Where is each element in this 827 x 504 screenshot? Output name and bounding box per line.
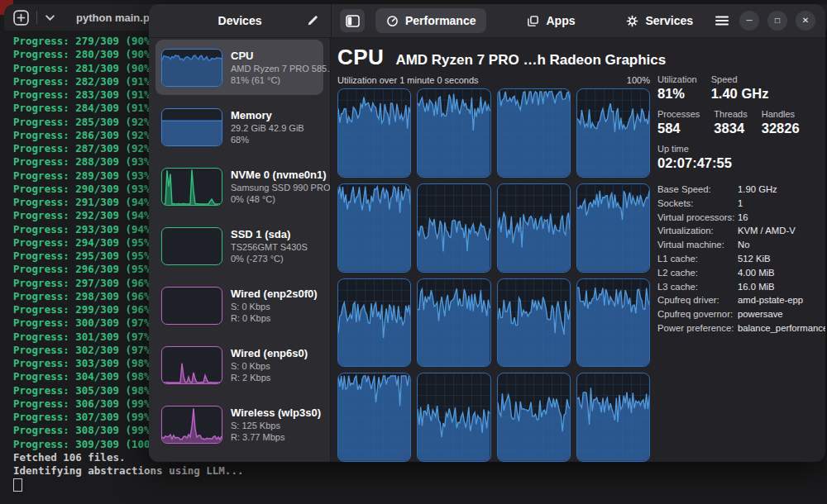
core-graph-0 [337, 88, 411, 178]
sidebar-toggle-button[interactable] [340, 9, 365, 32]
utilization-graphs: Utilization over 1 minute 0 seconds 100% [337, 73, 650, 462]
core-graph-7 [576, 183, 650, 273]
device-detail: S: 125 Kbps [231, 420, 318, 431]
core-graph-11 [576, 278, 650, 368]
cpu-model: AMD Ryzen 7 PRO …h Radeon Graphics [395, 52, 666, 69]
device-graph-thumbnail [161, 406, 222, 444]
stat-utilization: Utilization81% [657, 74, 697, 102]
tab-label: Apps [546, 14, 575, 27]
cpu-title-row: CPU AMD Ryzen 7 PRO …h Radeon Graphics [337, 45, 825, 73]
pencil-icon [307, 15, 318, 26]
headerbar: Devices PerformanceAppsServices ─□✕ [149, 4, 825, 38]
detail-value: 16.0 MiB [738, 280, 775, 294]
device-graph-thumbnail [161, 49, 222, 87]
edit-devices-button[interactable] [303, 11, 323, 31]
cpu-details-list: Base Speed:1.90 GHzSockets:1Virtual proc… [657, 183, 825, 335]
graph-caption: Utilization over 1 minute 0 seconds [337, 75, 479, 85]
detail-value: 4.00 MiB [738, 266, 775, 280]
detail-label: Virtual machine: [657, 238, 738, 252]
device-detail: 68% [231, 134, 304, 145]
core-graph-2 [497, 88, 571, 178]
device-name: Wireless (wlp3s0) [231, 407, 318, 419]
detail-row: Virtual processors:16 [657, 211, 825, 225]
tab-services[interactable]: Services [615, 8, 704, 33]
stat-value: 1.40 GHz [711, 86, 769, 102]
core-graph-3 [576, 88, 650, 178]
tab-list-dropdown[interactable] [45, 14, 55, 21]
uptime-value: 02:07:47:55 [657, 155, 825, 171]
device-text: CPUAMD Ryzen 7 PRO 585…81% (61 °C) [231, 50, 318, 86]
detail-label: Sockets: [657, 197, 738, 211]
window-body: CPUAMD Ryzen 7 PRO 585…81% (61 °C)Memory… [149, 38, 825, 462]
core-graph-8 [337, 278, 411, 368]
close-button[interactable]: ✕ [796, 11, 815, 31]
window-controls: ─□✕ [739, 11, 815, 31]
device-detail: AMD Ryzen 7 PRO 585… [231, 63, 318, 74]
device-detail: 81% (61 °C) [231, 74, 318, 86]
stat-label: Utilization [657, 74, 697, 84]
stat-threads: Threads3834 [714, 109, 747, 136]
system-monitor-window: Devices PerformanceAppsServices ─□✕ CPUA… [149, 4, 825, 462]
stat-value: 32826 [762, 121, 800, 136]
detail-row: Cpufreq driver:amd-pstate-epp [657, 293, 825, 307]
device-detail: 0% (-273 °C) [231, 253, 308, 264]
minimize-button[interactable]: ─ [739, 11, 759, 31]
device-item-cpu[interactable]: CPUAMD Ryzen 7 PRO 585…81% (61 °C) [155, 40, 323, 95]
device-text: Wired (enp6s0)S: 0 KbpsR: 2 Kbps [231, 347, 308, 383]
device-item-wired-enp2s0f0[interactable]: Wired (enp2s0f0)S: 0 KbpsR: 0 Kbps [155, 278, 323, 333]
detail-value: 1 [738, 197, 743, 211]
stat-value: 584 [657, 121, 700, 136]
device-text: Memory29.2 GiB 42.9 GiB68% [231, 109, 304, 145]
device-detail: 29.2 GiB 42.9 GiB [231, 122, 304, 134]
detail-value: balance_performance [738, 321, 825, 335]
core-graph-1 [417, 88, 490, 178]
uptime-stat: Up time 02:07:47:55 [657, 144, 825, 171]
detail-value: 16 [738, 211, 748, 225]
stat-value: 81% [657, 86, 697, 102]
device-item-gpu[interactable]: GPUAMD Radeon Graphics21% (55 °C) [155, 456, 323, 462]
sidebar-toggle-icon [346, 15, 360, 27]
device-graph-thumbnail [161, 287, 222, 325]
stat-label: Processes [657, 109, 700, 119]
device-item-wired-enp6s0[interactable]: Wired (enp6s0)S: 0 KbpsR: 2 Kbps [155, 337, 323, 392]
detail-row: Cpufreq governor:powersave [657, 307, 825, 321]
device-text: SSD 1 (sda)TS256GMT S430S0% (-273 °C) [231, 228, 308, 264]
device-name: SSD 1 (sda) [231, 228, 308, 240]
menu-button[interactable] [715, 14, 729, 27]
stat-value: 3834 [714, 121, 747, 136]
devices-sidebar: CPUAMD Ryzen 7 PRO 585…81% (61 °C)Memory… [149, 38, 331, 462]
cpu-stats: Utilization81%Speed1.40 GHz Processes584… [650, 73, 825, 462]
stat-label: Threads [714, 109, 747, 119]
device-detail: R: 2 Kbps [231, 372, 308, 383]
stat-label: Handles [762, 109, 800, 119]
device-detail: R: 3.77 Mbps [231, 431, 318, 443]
device-item-nvme0[interactable]: NVMe 0 (nvme0n1)Samsung SSD 990 PRO…0% (… [155, 159, 323, 214]
detail-label: Virtualization: [657, 224, 738, 238]
device-item-ssd1[interactable]: SSD 1 (sda)TS256GMT S430S0% (-273 °C) [155, 218, 323, 273]
detail-row: Power preference:balance_performance [657, 321, 825, 335]
core-graph-12 [337, 373, 411, 462]
maximize-button[interactable]: □ [767, 11, 787, 31]
stat-processes: Processes584 [657, 109, 700, 136]
device-graph-thumbnail [161, 168, 222, 206]
tab-performance[interactable]: Performance [375, 8, 487, 33]
detail-label: Power preference: [657, 321, 738, 335]
detail-label: Base Speed: [657, 183, 738, 197]
detail-value: amd-pstate-epp [738, 293, 803, 307]
new-tab-button[interactable] [12, 9, 29, 26]
core-graph-9 [417, 278, 490, 368]
core-graph-13 [417, 373, 490, 462]
stat-handles: Handles32826 [762, 109, 800, 136]
divider [36, 11, 37, 24]
device-item-wireless-wlp3s0[interactable]: Wireless (wlp3s0)S: 125 KbpsR: 3.77 Mbps [155, 397, 323, 452]
device-text: NVMe 0 (nvme0n1)Samsung SSD 990 PRO…0% (… [231, 169, 318, 205]
detail-label: L1 cache: [657, 252, 738, 266]
detail-value: No [738, 238, 749, 252]
graph-max-label: 100% [627, 75, 650, 85]
core-graph-4 [337, 183, 411, 273]
core-graph-14 [497, 373, 571, 462]
detail-row: Virtual machine:No [657, 238, 825, 252]
device-item-memory[interactable]: Memory29.2 GiB 42.9 GiB68% [155, 99, 323, 155]
detail-row: Sockets:1 [657, 197, 825, 211]
tab-apps[interactable]: Apps [516, 8, 586, 33]
